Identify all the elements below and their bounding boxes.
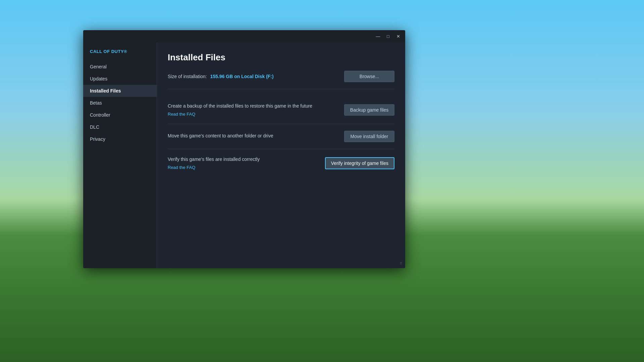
backup-description: Create a backup of the installed files t…: [168, 103, 344, 117]
sidebar-item-updates[interactable]: Updates: [83, 73, 157, 85]
page-title: Installed Files: [168, 52, 394, 63]
browse-button[interactable]: Browse...: [344, 71, 394, 82]
action-row-backup: Create a backup of the installed files t…: [168, 96, 394, 124]
install-size-value: 155.96 GB on Local Disk (F:): [210, 74, 274, 79]
close-button[interactable]: ✕: [395, 33, 401, 39]
minimize-button[interactable]: —: [375, 33, 381, 39]
move-desc-text: Move this game's content to another fold…: [168, 132, 336, 139]
sidebar-item-controller[interactable]: Controller: [83, 109, 157, 121]
maximize-button[interactable]: □: [385, 33, 391, 39]
modal-body: CALL OF DUTY® General Updates Installed …: [83, 42, 405, 268]
verify-integrity-button[interactable]: Verify integrity of game files: [325, 157, 394, 169]
sidebar-item-privacy[interactable]: Privacy: [83, 133, 157, 145]
sidebar: CALL OF DUTY® General Updates Installed …: [83, 42, 157, 268]
backup-desc-text: Create a backup of the installed files t…: [168, 103, 336, 110]
action-row-move: Move this game's content to another fold…: [168, 124, 394, 149]
sidebar-item-betas[interactable]: Betas: [83, 97, 157, 109]
sidebar-item-dlc[interactable]: DLC: [83, 121, 157, 133]
steam-properties-window: — □ ✕ CALL OF DUTY® General Updates Inst…: [83, 30, 405, 268]
game-title: CALL OF DUTY®: [83, 49, 157, 61]
sidebar-item-installed-files[interactable]: Installed Files: [83, 85, 157, 97]
resize-handle[interactable]: ⠿: [400, 262, 402, 265]
titlebar: — □ ✕: [83, 30, 405, 42]
move-install-folder-button[interactable]: Move install folder: [344, 131, 394, 142]
action-row-verify: Verify this game's files are installed c…: [168, 149, 394, 177]
install-size-label: Size of installation: 155.96 GB on Local…: [168, 74, 274, 79]
content-area: Installed Files Size of installation: 15…: [157, 42, 405, 268]
backup-button[interactable]: Backup game files: [344, 104, 394, 116]
verify-desc-text: Verify this game's files are installed c…: [168, 156, 317, 163]
backup-faq-link[interactable]: Read the FAQ: [168, 112, 195, 117]
install-size-static-label: Size of installation:: [168, 74, 207, 79]
verify-description: Verify this game's files are installed c…: [168, 156, 325, 170]
verify-faq-link[interactable]: Read the FAQ: [168, 165, 195, 170]
install-size-row: Size of installation: 155.96 GB on Local…: [168, 71, 394, 89]
move-description: Move this game's content to another fold…: [168, 132, 344, 141]
sidebar-item-general[interactable]: General: [83, 61, 157, 73]
